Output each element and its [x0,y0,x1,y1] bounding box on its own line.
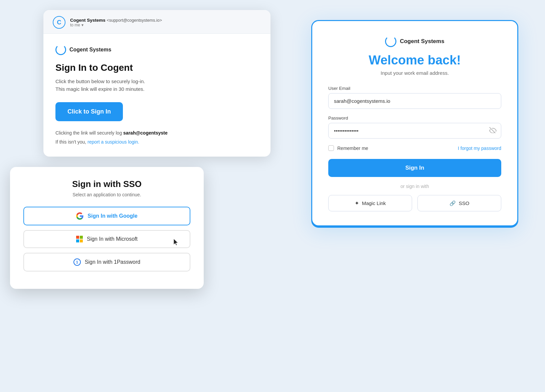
onepassword-signin-button[interactable]: 1 Sign In with 1Password [23,253,190,271]
onepassword-signin-label: Sign In with 1Password [85,259,140,265]
sender-avatar: C [53,16,65,29]
password-input[interactable] [328,123,501,139]
email-field-group: User Email [328,86,501,109]
magic-link-label: Magic Link [362,200,386,206]
email-card: C Cogent Systems <support@cogentsystems.… [43,10,270,157]
email-header: C Cogent Systems <support@cogentsystems.… [43,10,270,34]
sso-button-label: SSO [459,200,470,206]
signin-logo-icon [385,36,396,47]
sender-email: <support@cogentsystems.io> [107,18,162,23]
email-logo-text: Cogent Systems [69,47,111,53]
signin-logo: Cogent Systems [328,36,501,47]
magic-link-icon: ✦ [355,200,359,206]
password-toggle-icon[interactable] [489,127,497,135]
sign-in-button[interactable]: Sign In [328,159,501,177]
email-to: to me ▾ [70,23,162,27]
cogent-logo-icon [55,44,66,55]
microsoft-signin-label: Sign In with Microsoft [87,236,138,242]
magic-link-button[interactable]: ✦ Magic Link [328,195,412,211]
onepassword-icon: 1 [73,258,81,266]
signin-logo-text: Cogent Systems [400,38,444,45]
google-signin-label: Sign In with Google [87,213,137,219]
email-title: Sign In to Cogent [55,62,258,73]
or-divider: or sign in with [328,184,501,189]
forgot-password-link[interactable]: I forgot my password [458,146,501,151]
sso-subtitle: Select an application to continue. [23,192,190,197]
remember-me-checkbox[interactable] [328,145,334,151]
sso-title: Sign in with SSO [23,179,190,189]
sso-button[interactable]: 🔗 SSO [417,195,501,211]
email-logo: Cogent Systems [55,44,258,55]
google-signin-button[interactable]: Sign In with Google [23,207,190,225]
microsoft-icon [76,236,83,242]
password-wrapper [328,123,501,139]
alternative-signin-buttons: ✦ Magic Link 🔗 SSO [328,195,501,211]
password-label: Password [328,116,501,121]
sender-info: Cogent Systems <support@cogentsystems.io… [70,18,162,27]
click-to-signin-button[interactable]: Click to Sign In [55,102,123,121]
remember-forgot-row: Remember me I forgot my password [328,145,501,151]
report-link[interactable]: report a suspicious login. [87,139,139,145]
remember-me-group: Remember me [328,145,368,151]
microsoft-signin-button[interactable]: Sign In with Microsoft [23,230,190,248]
email-description: Click the button below to securely log-i… [55,78,258,93]
signin-card: Cogent Systems Welcome back! Input your … [311,20,518,226]
email-label: User Email [328,86,501,91]
email-footer: Clicking the link will securely log sara… [55,129,258,137]
email-report: If this isn't you, report a suspicious l… [55,139,258,145]
email-body: Cogent Systems Sign In to Cogent Click t… [43,34,270,157]
sender-name: Cogent Systems [70,18,106,23]
email-input[interactable] [328,93,501,109]
password-field-group: Password [328,116,501,139]
sso-card: Sign in with SSO Select an application t… [10,167,204,289]
google-icon [76,212,83,220]
sso-link-icon: 🔗 [449,200,456,206]
remember-me-label: Remember me [337,146,368,151]
welcome-heading: Welcome back! [328,53,501,67]
signin-subtitle: Input your work email address. [328,70,501,76]
